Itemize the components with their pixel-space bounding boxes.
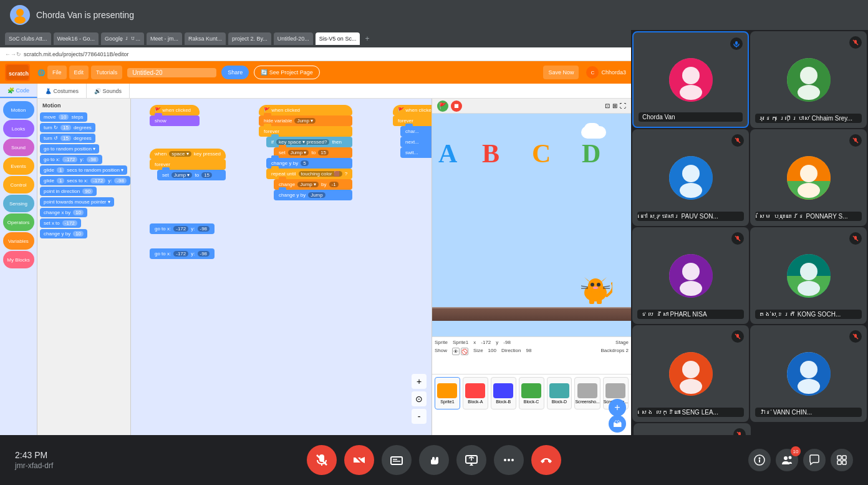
sprite-item-block-b[interactable]: Block-B: [491, 377, 516, 409]
block-turn-ccw[interactable]: turn ↺ 15 degrees: [40, 134, 95, 143]
share-button[interactable]: Share: [221, 66, 249, 79]
sprite-name-block-c: Block-C: [524, 399, 539, 404]
address-bar[interactable]: ←→↻ scratch.mit.edu/projects/77864011B/e…: [0, 47, 631, 61]
tab-sounds[interactable]: 🔊 Sounds: [87, 84, 130, 98]
browser-tab-8[interactable]: Sis-V5 on Sc...: [316, 32, 360, 45]
people-button[interactable]: 10: [776, 449, 798, 471]
more-options-button[interactable]: [494, 445, 524, 475]
show-eye[interactable]: 👁: [452, 348, 460, 355]
raise-hand-button[interactable]: [419, 445, 449, 475]
tab-code[interactable]: 🧩 Code: [0, 84, 37, 98]
block-change-y[interactable]: change y by 10: [40, 229, 87, 238]
tab-costumes[interactable]: 👗 Costumes: [37, 84, 87, 98]
show-label: Show: [435, 348, 447, 355]
sprite-item-1[interactable]: Sprite1: [435, 377, 460, 409]
mic-button[interactable]: [307, 445, 337, 475]
block-change-y-jump[interactable]: change y by Jump: [274, 190, 352, 200]
participant-avatar-chorda: [669, 58, 713, 102]
category-sound[interactable]: Sound: [3, 139, 34, 156]
hide-eye[interactable]: 🚫: [461, 348, 468, 355]
block-turn-cw[interactable]: turn ↻ 15 degrees: [40, 123, 95, 132]
category-myblocks[interactable]: My Blocks: [3, 251, 34, 268]
sprite-item-block-d[interactable]: Block-D: [547, 377, 572, 409]
tutorials-menu[interactable]: Tutorials: [91, 66, 122, 79]
browser-tab-7[interactable]: Untitled-20...: [274, 32, 313, 45]
browser-tab-1[interactable]: SoC clubs Att...: [5, 32, 51, 45]
sprite-item-block-a[interactable]: Block-A: [463, 377, 488, 409]
stage-normal-btn[interactable]: ⊞: [612, 102, 617, 109]
save-button[interactable]: Save Now: [543, 66, 579, 79]
browser-tab-6[interactable]: project 2. By...: [228, 32, 271, 45]
letter-D: D: [582, 139, 600, 169]
participant-tile-chhaim: អ្នក ប្រើប្រាស់ Chhaim Srey...: [750, 31, 867, 128]
script-group-4: go to x: -172 y: -98: [150, 248, 215, 259]
category-motion[interactable]: Motion: [3, 101, 34, 119]
script-group-2: when space ▾ key pressed forever set Jum…: [150, 149, 226, 180]
captions-button[interactable]: [382, 445, 412, 475]
sprite-item-block-c[interactable]: Block-C: [519, 377, 544, 409]
block-point-towards[interactable]: point towards mouse pointer ▾: [40, 197, 114, 207]
sprite-items-list: Sprite1 Block-A Block-B: [435, 377, 629, 409]
new-tab-btn[interactable]: +: [365, 34, 369, 43]
info-button[interactable]: [748, 449, 771, 471]
block-goto3[interactable]: go to x: -172 y: -98: [150, 223, 215, 234]
zoom-in[interactable]: +: [412, 374, 427, 389]
category-variables[interactable]: Variables: [3, 232, 34, 250]
end-call-button[interactable]: [531, 445, 561, 475]
block-hide-var[interactable]: hide variable Jump ▾: [259, 115, 352, 126]
activities-button[interactable]: [831, 449, 853, 471]
participant-name-kong: គង់សុខរតី KONG SOCH...: [755, 310, 862, 319]
stop-btn[interactable]: ⏹: [451, 100, 462, 112]
add-backdrop-btn[interactable]: 🏔: [609, 415, 626, 433]
cloud-2: [584, 123, 600, 134]
see-project-button[interactable]: 🔄 See Project Page: [254, 66, 320, 79]
participant-name-vann: វ៉ាន់ VANN CHIN...: [755, 408, 862, 417]
zoom-reset[interactable]: ⊙: [412, 391, 427, 406]
zoom-out[interactable]: -: [412, 409, 427, 424]
category-events[interactable]: Events: [3, 157, 34, 175]
participant-tile-chorda: Chorda Van: [632, 31, 749, 128]
block-point-dir[interactable]: point in direction 90: [40, 187, 97, 196]
block-goto4[interactable]: go to x: -172 y: -98: [150, 248, 215, 259]
block-set-jump-5[interactable]: set Jump ▾ to 15: [274, 147, 352, 158]
block-when-flag-5[interactable]: 🚩 when clicked: [259, 105, 352, 115]
category-operators[interactable]: Operators: [3, 213, 34, 231]
block-change-x[interactable]: change x by 10: [40, 208, 87, 217]
show-toggle: 👁 🚫: [452, 348, 468, 355]
category-control[interactable]: Control: [3, 176, 34, 194]
file-menu[interactable]: File: [47, 66, 67, 79]
code-workspace[interactable]: 🚩 when clicked show when space ▾ key pre…: [131, 99, 432, 435]
camera-button[interactable]: [344, 445, 374, 475]
green-flag-btn[interactable]: 🚩: [437, 100, 448, 112]
browser-tab-5[interactable]: Raksa Kunt...: [185, 32, 226, 45]
block-glide2[interactable]: glide 1 secs to x: -172 y: -98: [40, 176, 130, 185]
sprite-item-screenshot1[interactable]: Screensho...: [574, 377, 600, 409]
nav-globe[interactable]: 🌐: [37, 69, 45, 76]
block-show[interactable]: show: [150, 115, 200, 126]
chat-button[interactable]: [803, 449, 826, 471]
block-set-x[interactable]: set x to -172: [40, 218, 81, 228]
project-name-input[interactable]: [127, 68, 216, 77]
browser-tab-4[interactable]: Meet - jm...: [147, 32, 182, 45]
add-sprite-btn[interactable]: +: [609, 399, 626, 416]
block-switch-1[interactable]: swit...: [400, 147, 432, 158]
participant-avatar-ponnary: [787, 156, 831, 200]
block-forever-2[interactable]: forever: [150, 159, 226, 170]
stage-small-btn[interactable]: ⊡: [605, 102, 610, 109]
svg-rect-79: [759, 459, 760, 463]
sprite-icon-block-b: [493, 383, 513, 398]
stage-full-btn[interactable]: ⛶: [620, 102, 626, 109]
browser-tab-3[interactable]: Google ប្រ...: [101, 32, 144, 45]
category-sensing[interactable]: Sensing: [3, 195, 34, 212]
present-button[interactable]: [456, 445, 486, 475]
block-glide[interactable]: glide 1 secs to random position ▾: [40, 165, 127, 175]
block-move[interactable]: move 10 steps: [40, 112, 87, 122]
edit-menu[interactable]: Edit: [69, 66, 89, 79]
block-change-y-5[interactable]: change y by 5: [266, 158, 352, 169]
block-goto-xy[interactable]: go to x: -172 y: -98: [40, 155, 102, 164]
block-goto-random[interactable]: go to random position ▾: [40, 144, 99, 154]
category-looks[interactable]: Looks: [3, 120, 34, 137]
browser-tab-2[interactable]: Week16 - Go...: [54, 32, 99, 45]
block-set-jump[interactable]: set Jump ▾ to 15: [157, 170, 226, 180]
svg-point-9: [597, 283, 600, 287]
